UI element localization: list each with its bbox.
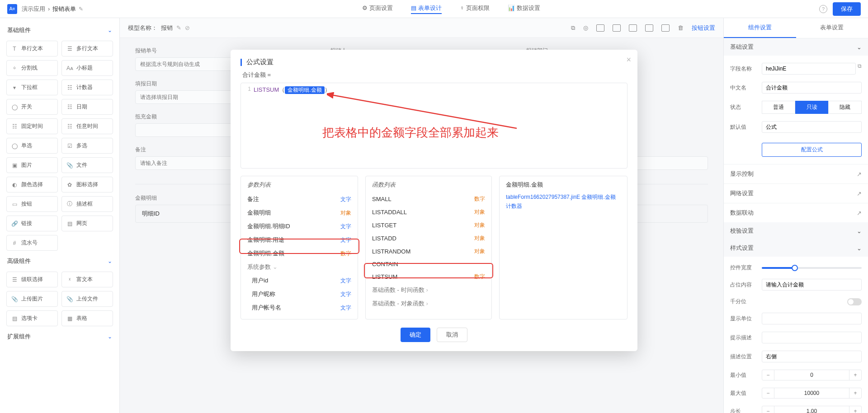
list-item[interactable]: LISTSUM数字 bbox=[366, 270, 491, 283]
layout5-icon[interactable] bbox=[661, 24, 670, 32]
tab-page-permission[interactable]: ♀页面权限 bbox=[460, 4, 490, 14]
list-item[interactable]: 金额明细.金额数字 bbox=[241, 247, 358, 260]
list-item[interactable]: LISTADD对象 bbox=[366, 232, 491, 245]
component-item[interactable]: ☷日期 bbox=[61, 99, 113, 115]
layout1-icon[interactable] bbox=[596, 24, 604, 32]
list-item[interactable]: LISTRANDOM对象 bbox=[366, 245, 491, 258]
formula-editor[interactable]: 1 LISTSUM（金额明细.金额） 把表格中的金额字段全部累加起来 bbox=[241, 83, 627, 169]
list-item[interactable]: 用户昵称文字 bbox=[245, 287, 358, 301]
component-item[interactable]: Aᴀ小标题 bbox=[61, 60, 113, 76]
width-slider[interactable] bbox=[762, 267, 862, 269]
breadcrumb-app[interactable]: 演示应用 bbox=[22, 5, 45, 13]
component-item[interactable]: ⓘ描述框 bbox=[61, 196, 113, 212]
save-button[interactable]: 保存 bbox=[833, 2, 861, 16]
component-item[interactable]: ✿图标选择 bbox=[61, 177, 113, 192]
cn-name-input[interactable] bbox=[762, 82, 862, 94]
component-item[interactable]: #流水号 bbox=[6, 235, 58, 251]
tab-page-settings[interactable]: ⚙页面设置 bbox=[362, 4, 393, 14]
component-item[interactable]: ▾下拉框 bbox=[6, 80, 58, 95]
param-list: 参数列表 备注文字金额明细对象金额明细.明细ID文字金额明细.用途文字金额明细.… bbox=[241, 176, 358, 319]
tab-data-settings[interactable]: 📊数据设置 bbox=[508, 4, 540, 14]
description-box: 金额明细.金额 tableForm1662027957387.jinE 金额明细… bbox=[499, 176, 627, 319]
min-stepper[interactable]: −0+ bbox=[762, 370, 862, 380]
hint-input[interactable] bbox=[762, 332, 862, 343]
system-params-group[interactable]: 系统参数⌄ bbox=[241, 260, 358, 274]
component-item[interactable]: 📎上传文件 bbox=[61, 291, 113, 307]
display-control[interactable]: 显示控制↗ bbox=[724, 164, 868, 183]
list-item[interactable]: 备注文字 bbox=[241, 192, 358, 206]
cancel-button[interactable]: 取消 bbox=[437, 328, 467, 342]
component-item[interactable]: ☰多行文本 bbox=[61, 41, 113, 56]
section-validation[interactable]: 校验设置⌄ bbox=[724, 222, 868, 239]
copy-icon[interactable]: ⧉ bbox=[858, 63, 862, 75]
component-item[interactable]: ▭按钮 bbox=[6, 196, 58, 212]
edit-icon[interactable]: ✎ bbox=[176, 24, 181, 31]
component-item[interactable]: ◯开关 bbox=[6, 99, 58, 115]
unit-input[interactable] bbox=[762, 313, 862, 324]
component-item[interactable]: 📎文件 bbox=[61, 157, 113, 173]
link-icon[interactable]: ⧉ bbox=[571, 24, 575, 32]
max-stepper[interactable]: −10000+ bbox=[762, 388, 862, 399]
attach-icon[interactable]: ⊘ bbox=[185, 24, 190, 31]
function-group[interactable]: 基础函数 - 时间函数› bbox=[366, 283, 491, 297]
data-linkage[interactable]: 数据联动↗ bbox=[724, 203, 868, 222]
component-item[interactable]: ◐颜色选择 bbox=[6, 177, 58, 192]
close-icon[interactable]: × bbox=[626, 55, 631, 65]
component-item[interactable]: ▤网页 bbox=[61, 216, 113, 231]
component-item[interactable]: ▦表格 bbox=[61, 310, 113, 326]
list-item[interactable]: 用户id文字 bbox=[245, 274, 358, 287]
app-icon[interactable]: A≡ bbox=[7, 4, 17, 14]
list-item[interactable]: 金额明细.用途文字 bbox=[241, 233, 358, 247]
list-item[interactable]: 金额明细.明细ID文字 bbox=[241, 220, 358, 233]
function-group[interactable]: 基础函数 - 对象函数› bbox=[366, 297, 491, 310]
network-settings[interactable]: 网络设置↗ bbox=[724, 183, 868, 203]
external-icon: ↗ bbox=[857, 190, 862, 197]
button-settings[interactable]: 按钮设置 bbox=[692, 24, 715, 32]
help-icon[interactable]: ? bbox=[819, 5, 827, 13]
list-item[interactable]: LISTADDALL对象 bbox=[366, 206, 491, 219]
group-basic[interactable]: 基础组件⌄ bbox=[5, 22, 115, 39]
config-formula-button[interactable]: 配置公式 bbox=[762, 143, 862, 157]
component-item[interactable]: ☷固定时间 bbox=[6, 118, 58, 134]
list-item[interactable]: CONTAIN bbox=[366, 258, 491, 270]
list-item[interactable]: SMALL数字 bbox=[366, 192, 491, 206]
component-item[interactable]: 🔗链接 bbox=[6, 216, 58, 231]
component-item[interactable]: ☑多选 bbox=[61, 138, 113, 154]
component-item[interactable]: T单行文本 bbox=[6, 41, 58, 56]
component-item[interactable]: ▤选项卡 bbox=[6, 310, 58, 326]
placeholder-input[interactable] bbox=[762, 279, 862, 291]
component-item[interactable]: ☷计数器 bbox=[61, 80, 113, 95]
preview-icon[interactable]: ◎ bbox=[583, 24, 588, 31]
tab-component-settings[interactable]: 组件设置 bbox=[724, 18, 796, 38]
layout3-icon[interactable] bbox=[629, 24, 637, 32]
tab-form-settings[interactable]: 表单设置 bbox=[796, 18, 868, 38]
chevron-down-icon: ⌄ bbox=[857, 245, 862, 252]
layout4-icon[interactable] bbox=[645, 24, 653, 32]
component-item[interactable]: ᵡ富文本 bbox=[61, 272, 113, 287]
default-value-select[interactable] bbox=[762, 121, 862, 133]
status-segment[interactable]: 普通 只读 隐藏 bbox=[762, 101, 862, 114]
group-advanced[interactable]: 高级组件⌄ bbox=[5, 253, 115, 270]
component-item[interactable]: ☷任意时间 bbox=[61, 118, 113, 134]
component-item[interactable]: ÷分割线 bbox=[6, 60, 58, 76]
section-style[interactable]: 样式设置⌄ bbox=[724, 239, 868, 257]
component-item[interactable]: ☰级联选择 bbox=[6, 272, 58, 287]
ok-button[interactable]: 确定 bbox=[401, 328, 430, 342]
section-basic[interactable]: 基础设置⌄ bbox=[724, 38, 868, 56]
list-item[interactable]: 金额明细对象 bbox=[241, 206, 358, 220]
step-stepper[interactable]: −1.00+ bbox=[762, 406, 862, 413]
thousand-switch[interactable] bbox=[847, 298, 862, 305]
layout2-icon[interactable] bbox=[613, 24, 621, 32]
edit-icon[interactable]: ✎ bbox=[79, 6, 83, 12]
component-item[interactable]: 📎上传图片 bbox=[6, 291, 58, 307]
component-item[interactable]: ◯单选 bbox=[6, 138, 58, 154]
field-name-input[interactable] bbox=[762, 63, 856, 75]
list-item[interactable]: LISTGET对象 bbox=[366, 219, 491, 232]
tab-form-design[interactable]: ▤表单设计 bbox=[411, 4, 442, 14]
delete-icon[interactable]: 🗑 bbox=[678, 24, 684, 31]
breadcrumb-page[interactable]: 报销表单 bbox=[52, 5, 76, 13]
desc-pos-select[interactable] bbox=[762, 351, 862, 362]
list-item[interactable]: 用户帐号名文字 bbox=[245, 301, 358, 314]
component-item[interactable]: ▣图片 bbox=[6, 157, 58, 173]
group-extended[interactable]: 扩展组件⌄ bbox=[5, 328, 115, 345]
